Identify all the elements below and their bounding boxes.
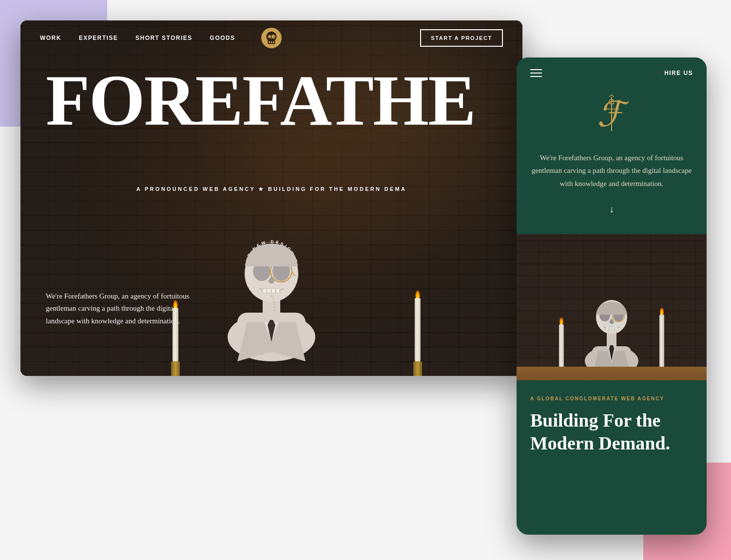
hamburger-line-3 [530,76,542,77]
mobile-tag: A GLOBAL CONGLOMERATE WEB AGENCY [530,396,693,401]
mobile-mockup: HIRE US ℱ We're Forefathers Group, an ag… [517,57,707,535]
svg-rect-38 [615,327,617,330]
svg-rect-23 [276,288,280,293]
mobile-image-section [517,234,707,380]
svg-rect-7 [273,41,274,43]
mobile-bottom-section: A GLOBAL CONGLOMERATE WEB AGENCY Buildin… [517,380,707,475]
skull-icon [261,28,282,48]
mobile-nav: HIRE US [530,57,693,94]
svg-text:ℱ: ℱ [597,95,629,133]
hamburger-menu[interactable] [530,69,542,77]
svg-rect-37 [612,327,615,330]
svg-rect-36 [609,327,612,330]
candle-right-desktop [413,290,422,376]
svg-rect-6 [271,41,272,43]
mobile-scene [517,234,707,380]
mobile-top-section: HIRE US ℱ We're Forefathers Group, an ag… [517,57,707,234]
hero-title: FOREFATHE [20,64,522,136]
candle-left-desktop [171,300,180,376]
bust-decoration [198,171,345,376]
hamburger-line-2 [530,73,542,74]
svg-rect-22 [271,288,275,293]
desktop-nav: WORK EXPERTISE SHORT STORIES GOODS [20,20,522,56]
start-project-button[interactable]: START A PROJECT [420,29,503,47]
nav-link-short-stories[interactable]: SHORT STORIES [135,35,192,41]
svg-point-4 [272,35,275,38]
mobile-description: We're Forefathers Group, an agency of fo… [530,151,693,190]
nav-link-goods[interactable]: GOODS [210,35,235,41]
mobile-logo: ℱ [530,94,693,138]
svg-rect-21 [267,288,271,293]
nav-logo[interactable] [259,26,284,50]
svg-rect-35 [606,327,609,330]
hamburger-line-1 [530,69,542,70]
desktop-mockup: WORK EXPERTISE SHORT STORIES GOODS [20,20,522,376]
svg-rect-20 [263,288,267,293]
svg-rect-5 [269,41,270,43]
nav-link-work[interactable]: WORK [40,35,61,41]
desktop-hero: WORK EXPERTISE SHORT STORIES GOODS [20,20,522,376]
mobile-scroll-arrow: ↓ [530,204,693,215]
svg-point-3 [268,35,271,38]
mobile-heading: Building For the Modern Demand. [530,409,693,455]
nav-link-expertise[interactable]: EXPERTISE [79,35,118,41]
hire-us-link[interactable]: HIRE US [664,70,693,76]
nav-links: WORK EXPERTISE SHORT STORIES GOODS [40,35,235,41]
